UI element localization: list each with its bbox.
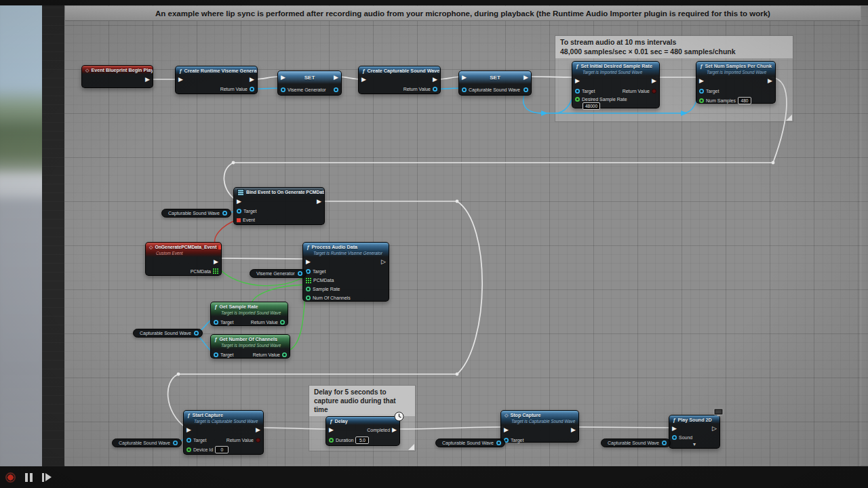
node-event-begin-play[interactable]: ◇Event Blueprint Begin Play ▶ (81, 65, 153, 88)
node-set-initial-desired-sample-rate[interactable]: ƒSet Initial Desired Sample Rate Target … (572, 61, 660, 108)
exec-out-pin[interactable]: ▶ (317, 199, 321, 205)
exec-out-pin[interactable]: ▶ (334, 75, 338, 81)
node-create-runtime-viseme-generator[interactable]: ƒCreate Runtime Viseme Generator ▶▶ Retu… (175, 66, 258, 94)
delegate-bound-pin[interactable] (218, 245, 221, 249)
return-value-pin[interactable] (433, 87, 437, 92)
node-play-sound-2d[interactable]: ƒPlay Sound 2D ▶▷ Sound ▾ (669, 415, 720, 449)
return-value-pin[interactable] (280, 320, 285, 325)
variable-output-pin[interactable] (298, 271, 302, 276)
variable-output-pin[interactable] (662, 441, 667, 445)
return-value-pin[interactable] (282, 352, 287, 357)
target-pin[interactable] (186, 438, 191, 443)
completed-exec-out-pin[interactable]: ▶ (392, 427, 397, 433)
pcmdata-array-pin[interactable] (306, 278, 311, 283)
input-pin[interactable] (281, 87, 285, 92)
device-id-value-input[interactable]: 0 (215, 446, 229, 453)
exec-in-pin[interactable]: ▶ (575, 78, 580, 84)
target-pin[interactable] (214, 352, 218, 357)
node-stop-capture[interactable]: ◇Stop Capture Target is Capturable Sound… (500, 410, 579, 443)
exec-in-pin[interactable]: ▶ (361, 77, 366, 83)
num-samples-value-input[interactable]: 480 (738, 97, 751, 104)
variable-output-pin[interactable] (222, 211, 227, 216)
exec-in-pin[interactable]: ▶ (699, 78, 704, 84)
exec-out-pin[interactable]: ▶ (250, 77, 254, 83)
comment-title-banner[interactable]: An example where lip sync is performed a… (65, 6, 861, 21)
target-pin[interactable] (306, 269, 311, 274)
exec-out-pin[interactable]: ▶ (433, 77, 437, 83)
exec-out-pin[interactable]: ▶ (768, 78, 772, 84)
variable-output-pin[interactable] (173, 441, 178, 445)
input-pin[interactable] (462, 87, 467, 92)
exec-out-pin[interactable]: ▷ (381, 259, 386, 265)
exec-out-pin[interactable]: ▶ (214, 259, 218, 265)
output-pin[interactable] (334, 87, 338, 92)
sample-rate-value-input[interactable]: 48000 (583, 102, 600, 110)
target-pin[interactable] (214, 320, 218, 325)
expand-chevron-icon[interactable]: ▾ (669, 442, 719, 447)
node-set-viseme-generator[interactable]: ▶SET▶ Viseme Generator (277, 70, 342, 96)
variable-output-pin[interactable] (496, 441, 501, 445)
comment-resize-handle[interactable] (408, 444, 414, 450)
target-pin[interactable] (575, 89, 580, 94)
pcmdata-array-pin[interactable] (213, 268, 218, 274)
target-pin[interactable] (699, 89, 704, 94)
sound-pin[interactable] (672, 435, 677, 440)
target-pin[interactable] (237, 209, 241, 214)
clock-latent-icon (394, 411, 404, 424)
node-title: Create Capturable Sound Wave (367, 68, 439, 74)
node-create-capturable-sound-wave[interactable]: ƒCreate Capturable Sound Wave ▶▶ Return … (358, 66, 441, 94)
exec-in-pin[interactable]: ▶ (306, 259, 311, 265)
num-samples-pin[interactable] (699, 98, 704, 103)
exec-in-pin[interactable]: ▶ (237, 199, 241, 205)
node-title: OnGeneratePCMData_Event (155, 245, 216, 249)
node-process-audio-data[interactable]: ƒProcess Audio Data Target is Runtime Vi… (302, 242, 389, 302)
node-get-sample-rate[interactable]: ƒGet Sample Rate Target is Imported Soun… (210, 302, 288, 326)
node-start-capture[interactable]: ƒStart Capture Target is Capturable Soun… (183, 410, 264, 455)
exec-out-pin[interactable]: ▶ (145, 77, 150, 83)
event-delegate-pin[interactable] (237, 218, 241, 222)
exec-in-pin[interactable]: ▶ (672, 426, 677, 432)
return-value-pin[interactable] (250, 87, 254, 92)
record-icon[interactable] (5, 472, 16, 483)
event-diamond-icon: ◇ (149, 245, 153, 249)
output-pin[interactable] (524, 87, 528, 92)
node-delay[interactable]: ƒDelay ▶Completed▶ Duration5.0 (326, 416, 400, 446)
pause-icon[interactable] (25, 473, 33, 482)
exec-in-pin[interactable]: ▶ (186, 427, 191, 433)
desired-sample-rate-pin[interactable] (575, 97, 580, 102)
variable-node-viseme-generator[interactable]: Viseme Generator (250, 269, 307, 278)
node-bind-event-on-generate-pcmdata[interactable]: Bind Event to On Generate PCMData ▶▶ Tar… (233, 187, 325, 225)
duration-pin[interactable] (329, 438, 334, 443)
step-forward-icon[interactable] (42, 473, 52, 482)
exec-out-pin[interactable]: ▶ (571, 427, 576, 433)
function-f-icon: ƒ (307, 245, 309, 250)
variable-label: Capturable Sound Wave (608, 441, 659, 445)
duration-value-input[interactable]: 5.0 (355, 436, 369, 444)
variable-output-pin[interactable] (194, 331, 199, 336)
num-of-channels-pin[interactable] (306, 296, 311, 300)
node-on-generate-pcmdata-event[interactable]: ◇OnGeneratePCMData_Event Custom Event ▶ … (145, 242, 222, 276)
variable-node-capturable-sound-wave[interactable]: Capturable Sound Wave (161, 209, 231, 218)
exec-out-pin[interactable]: ▶ (524, 75, 528, 81)
comment-resize-handle[interactable] (786, 115, 792, 121)
return-value-pin[interactable] (652, 89, 656, 94)
exec-out-pin[interactable]: ▶ (652, 78, 656, 84)
exec-out-pin[interactable]: ▶ (256, 427, 260, 433)
return-value-pin[interactable] (256, 438, 260, 443)
exec-out-pin[interactable]: ▷ (712, 426, 717, 432)
exec-in-pin[interactable]: ▶ (281, 75, 285, 81)
node-get-number-of-channels[interactable]: ƒGet Number Of Channels Target is Import… (210, 334, 290, 359)
variable-node-capturable-sound-wave[interactable]: Capturable Sound Wave (133, 329, 203, 338)
device-id-pin[interactable] (186, 447, 191, 452)
sample-rate-pin[interactable] (306, 287, 311, 291)
node-set-capturable-sound-wave[interactable]: ▶SET▶ Capturable Sound Wave (458, 70, 532, 96)
exec-in-pin[interactable]: ▶ (504, 427, 509, 433)
node-set-num-samples-per-chunk[interactable]: ƒSet Num Samples Per Chunk Target is Imp… (696, 61, 776, 104)
variable-node-capturable-sound-wave[interactable]: Capturable Sound Wave (435, 439, 505, 447)
variable-node-capturable-sound-wave[interactable]: Capturable Sound Wave (112, 439, 182, 447)
pin-label: PCMData (191, 269, 211, 274)
exec-in-pin[interactable]: ▶ (178, 77, 183, 83)
exec-in-pin[interactable]: ▶ (329, 427, 334, 433)
variable-node-capturable-sound-wave[interactable]: Capturable Sound Wave (601, 439, 671, 447)
exec-in-pin[interactable]: ▶ (462, 75, 467, 81)
